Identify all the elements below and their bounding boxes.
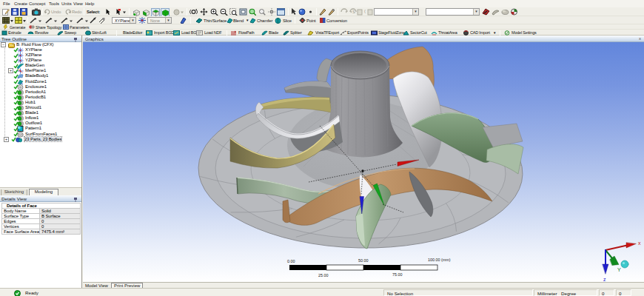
svg-text:25.00: 25.00 bbox=[318, 273, 329, 278]
svg-text:0.00: 0.00 bbox=[287, 259, 295, 263]
svg-text:50.00: 50.00 bbox=[358, 258, 369, 263]
svg-text:z: z bbox=[603, 277, 606, 282]
svg-text:75.00: 75.00 bbox=[392, 272, 403, 277]
svg-text:Y: Y bbox=[617, 267, 621, 272]
svg-text:x: x bbox=[638, 240, 641, 246]
svg-text:100.00 (mm): 100.00 (mm) bbox=[428, 258, 451, 262]
